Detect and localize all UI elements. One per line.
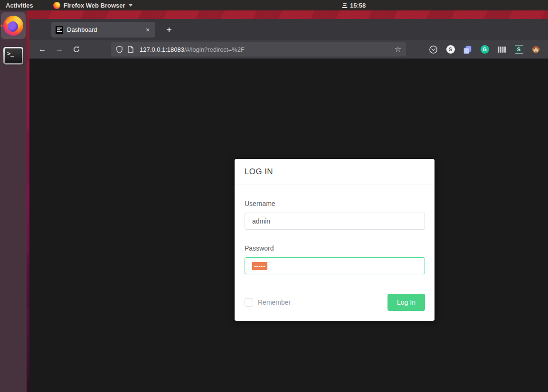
username-label: Username	[245, 200, 425, 207]
firefox-mini-icon	[53, 2, 60, 9]
reload-icon	[73, 46, 80, 53]
page-favicon	[56, 26, 63, 34]
new-tab-button[interactable]: +	[163, 24, 175, 36]
firefox-window: Dashboard × + ← →	[29, 19, 548, 392]
password-input[interactable]: •••••	[245, 257, 425, 274]
login-card-title: LOG IN	[235, 159, 435, 185]
remember-checkbox-group[interactable]: Remember	[245, 298, 291, 307]
back-button[interactable]: ←	[35, 42, 49, 56]
url-host: 127.0.0.1:18083	[140, 46, 184, 53]
grammarly-icon[interactable]: G	[480, 45, 489, 54]
pocket-icon[interactable]	[429, 45, 438, 54]
remember-label: Remember	[258, 299, 291, 306]
running-indicator-dot	[0, 25, 2, 27]
url-text[interactable]: 127.0.0.1:18083/#/login?redirect=%2F	[140, 46, 245, 53]
dock-item-firefox[interactable]	[1, 12, 26, 39]
url-path: /#/login?redirect=%2F	[184, 46, 245, 53]
tab-dashboard[interactable]: Dashboard ×	[51, 22, 155, 37]
bookmark-star-icon[interactable]: ☆	[395, 46, 401, 53]
chevron-down-icon	[129, 4, 132, 7]
fence-extension-icon[interactable]	[497, 45, 506, 54]
terminal-prompt-glyph: >_	[5, 48, 22, 63]
reload-button[interactable]	[69, 42, 84, 56]
stylus-icon[interactable]: S	[514, 45, 523, 54]
tracking-protection-shield-icon[interactable]	[116, 46, 123, 54]
clock[interactable]: 15:58	[342, 0, 366, 10]
username-input[interactable]: admin	[245, 213, 425, 230]
stylus-letter: S	[515, 45, 523, 54]
login-card-footer: Remember Log In	[245, 294, 425, 311]
password-masked-selection: •••••	[252, 262, 267, 270]
password-label: Password	[245, 244, 425, 252]
login-card: LOG IN Username admin Password ••••• Rem…	[235, 159, 435, 321]
login-card-body: Username admin Password ••••• Remember L…	[235, 200, 435, 311]
grammarly-letter: G	[481, 45, 489, 54]
ubuntu-dock: >_	[0, 10, 27, 392]
navigation-toolbar: ← → 127.0.0.1:18083/#/login?redirect	[29, 40, 548, 59]
dock-item-terminal[interactable]: >_	[1, 39, 26, 65]
gnome-top-bar: Activities Firefox Web Browser 15:58	[0, 0, 548, 10]
address-bar[interactable]: 127.0.0.1:18083/#/login?redirect=%2F ☆	[111, 42, 406, 56]
clock-time: 15:58	[350, 2, 366, 9]
forward-button[interactable]: →	[52, 42, 66, 56]
tab-close-button[interactable]: ×	[143, 25, 152, 35]
username-value: admin	[252, 217, 270, 225]
firefox-icon	[3, 16, 23, 36]
remember-checkbox[interactable]	[245, 298, 253, 307]
login-button[interactable]: Log In	[387, 294, 425, 311]
page-info-icon[interactable]	[127, 46, 134, 53]
page-viewport: LOG IN Username admin Password ••••• Rem…	[29, 59, 548, 392]
tab-title: Dashboard	[67, 26, 143, 33]
toolbar-extensions: S G S	[429, 45, 543, 54]
greasemonkey-icon[interactable]	[531, 45, 540, 54]
app-menu-button[interactable]: Firefox Web Browser	[50, 0, 135, 10]
terminal-icon: >_	[3, 47, 23, 65]
copy-pages-extension-icon[interactable]	[463, 45, 472, 54]
activities-button[interactable]: Activities	[0, 0, 39, 10]
app-menu-label: Firefox Web Browser	[64, 2, 125, 9]
shortkeys-extension-icon[interactable]: S	[446, 45, 455, 54]
shortkeys-letter: S	[446, 45, 455, 54]
tab-bar: Dashboard × +	[29, 19, 548, 40]
weekday-glyph-icon	[342, 3, 347, 8]
